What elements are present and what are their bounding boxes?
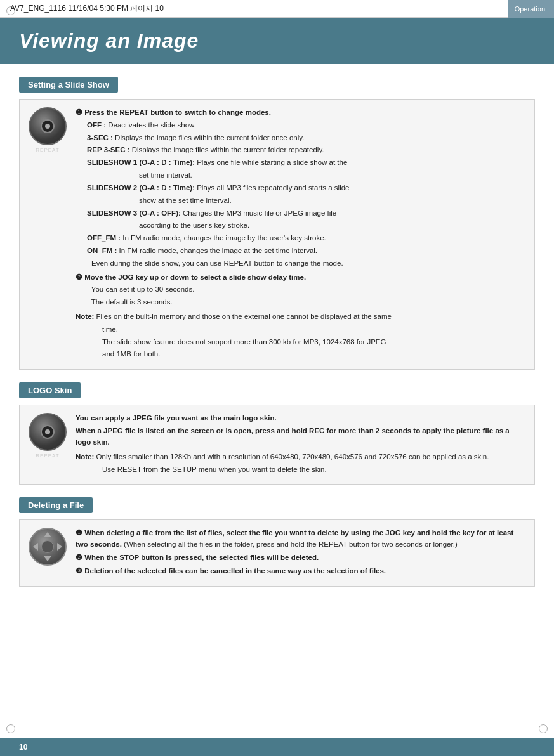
page-title: Viewing an Image	[19, 29, 535, 53]
jog-arrow-left	[33, 543, 38, 551]
jog-icon-wrapper	[29, 528, 67, 578]
bullet2-sub2: - The default is 3 seconds.	[87, 297, 525, 308]
3sec-text: Displays the image files within the curr…	[115, 134, 304, 141]
top-header: AV7_ENG_1116 11/16/04 5:30 PM 페이지 10	[0, 0, 554, 18]
note1-text: Files on the built-in memory and those o…	[96, 313, 392, 320]
bullet2-num: ❷	[76, 273, 82, 281]
jog-arrow-down	[44, 556, 51, 561]
del-bullet3-num: ❸	[76, 567, 82, 575]
bullet2-sub1: - You can set it up to 30 seconds.	[87, 284, 525, 296]
repeat-icon-label: REPEAT	[36, 147, 59, 153]
page-number: 10	[19, 743, 27, 752]
onfm-text: In FM radio mode, changes the image at t…	[119, 247, 317, 254]
bullet1-intro: Press the REPEAT button to switch to cha…	[84, 108, 271, 116]
logo-skin-line1: You can apply a JPEG file you want as th…	[76, 414, 277, 422]
logo-skin-line2: When a JPEG file is listed on the screen…	[76, 427, 510, 446]
slideshow1-label: SLIDESHOW 1	[87, 159, 137, 166]
deleting-section: Deleting a File ❶ When deleting a	[19, 497, 535, 586]
note-line2-cont: and 1MB for both.	[102, 349, 525, 360]
del-bullet1-num: ❶	[76, 529, 82, 537]
logo-skin-box: REPEAT You can apply a JPEG file you wan…	[19, 405, 535, 485]
slide-show-header: Setting a Slide Show	[19, 77, 118, 93]
logo-skin-note2: Use RESET from the SETUP menu when you w…	[102, 464, 525, 476]
operation-label: Operation	[515, 5, 545, 13]
slideshow2-extra: (O-A : D : Time):	[139, 184, 195, 192]
slideshow1-text2: set time interval.	[139, 170, 525, 181]
main-content: Setting a Slide Show REPEAT ❶ Press the …	[0, 64, 554, 612]
header-left-text: AV7_ENG_1116 11/16/04 5:30 PM 페이지 10	[10, 3, 164, 14]
jog-center	[41, 540, 54, 553]
off-text: Deactivates the slide show.	[108, 121, 196, 129]
repeat-icon-dot	[45, 124, 50, 129]
3sec-label: 3-SEC :	[87, 134, 113, 141]
slideshow1-extra: (O-A : D : Time):	[139, 159, 195, 166]
del-bullet2-num: ❷	[76, 554, 82, 561]
slideshow1-text: Plays one file while starting a slide sh…	[197, 159, 347, 166]
slideshow3-text: Changes the MP3 music file or JPEG image…	[183, 209, 336, 217]
slideshow3-extra: (O-A : OFF):	[139, 209, 180, 217]
jog-icon-content	[30, 529, 65, 564]
repeat-icon-inner	[41, 119, 55, 133]
slideshow3-label: SLIDESHOW 3	[87, 209, 137, 217]
deleting-header: Deleting a File	[19, 497, 93, 513]
logo-skin-header: LOGO Skin	[19, 382, 81, 398]
slideshow3-text2: according to the user's key stroke.	[139, 220, 525, 231]
slideshow2-text2: show at the set time interval.	[139, 195, 525, 207]
extra-line: - Even during the slide show, you can us…	[87, 258, 525, 270]
logo-skin-icon-dot	[45, 429, 50, 434]
operation-tab: Operation	[508, 0, 554, 18]
page-title-section: Viewing an Image	[0, 18, 554, 64]
slide-show-text: ❶ Press the REPEAT button to switch to c…	[76, 107, 525, 362]
logo-skin-section: LOGO Skin REPEAT You can apply a JPEG fi…	[19, 382, 535, 485]
jog-icon	[29, 528, 67, 566]
del-bullet1-extra: (When selecting all the files in the fol…	[124, 540, 458, 548]
slideshow2-text: Plays all MP3 files repeatedly and start…	[197, 184, 349, 192]
del-bullet2: When the STOP button is pressed, the sel…	[84, 554, 319, 561]
offfm-text: In FM radio mode, changes the image by t…	[122, 234, 326, 242]
slide-show-box: REPEAT ❶ Press the REPEAT button to swit…	[19, 99, 535, 370]
logo-skin-icon	[29, 413, 67, 451]
logo-skin-note1: Only files smaller than 128Kb and with a…	[96, 453, 489, 460]
note-label1: Note:	[76, 313, 94, 320]
jog-arrow-up	[44, 532, 51, 537]
bullet2-text: Move the JOG key up or down to select a …	[84, 273, 306, 281]
repeat-icon-wrapper: REPEAT	[29, 107, 67, 362]
bottom-bar: 10	[0, 738, 554, 756]
rep3sec-label: REP 3-SEC :	[87, 146, 130, 153]
logo-skin-icon-label: REPEAT	[36, 453, 59, 459]
deleting-text: ❶ When deleting a file from the list of …	[76, 528, 525, 578]
off-label: OFF :	[87, 121, 106, 129]
offfm-label: OFF_FM :	[87, 234, 121, 242]
logo-skin-icon-wrapper: REPEAT	[29, 413, 67, 476]
note-line1-cont: time.	[102, 324, 525, 336]
note-line2: The slide show feature does not support …	[102, 337, 525, 348]
note-line1: Note: Files on the built-in memory and t…	[76, 311, 525, 323]
deleting-box: ❶ When deleting a file from the list of …	[19, 519, 535, 586]
onfm-label: ON_FM :	[87, 247, 117, 254]
logo-skin-note-label: Note:	[76, 453, 94, 460]
slide-show-section: Setting a Slide Show REPEAT ❶ Press the …	[19, 77, 535, 370]
reg-mark-bottom-left	[6, 724, 15, 733]
reg-mark-bottom-right	[539, 724, 548, 733]
slideshow2-label: SLIDESHOW 2	[87, 184, 137, 192]
logo-skin-note-line: Note: Only files smaller than 128Kb and …	[76, 452, 525, 463]
rep3sec-text: Displays the image files within the curr…	[132, 146, 324, 153]
del-bullet3: Deletion of the selected files can be ca…	[84, 567, 386, 575]
jog-arrow-right	[57, 543, 62, 551]
logo-skin-text: You can apply a JPEG file you want as th…	[76, 413, 525, 476]
bullet1-num: ❶	[76, 108, 82, 116]
logo-skin-icon-inner	[41, 425, 55, 439]
repeat-icon	[29, 107, 67, 145]
